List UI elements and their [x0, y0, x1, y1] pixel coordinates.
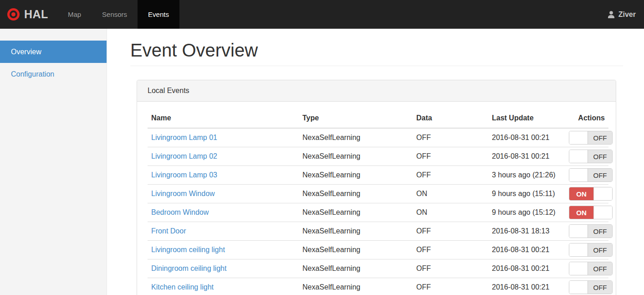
- person-icon: [607, 10, 615, 19]
- event-name-link[interactable]: Livingroom ceiling light: [151, 246, 225, 254]
- cell-actions: OFF: [565, 166, 608, 185]
- cell-last-update: 2016-08-31 00:21: [488, 128, 565, 147]
- cell-type: NexaSelfLearning: [299, 259, 413, 278]
- cell-data: OFF: [413, 259, 488, 278]
- event-name-link[interactable]: Diningroom ceiling light: [151, 264, 226, 272]
- top-navbar: HAL Map Sensors Events Ziver: [0, 0, 644, 29]
- cell-name: Bedroom Window: [148, 203, 299, 222]
- user-name: Ziver: [618, 10, 636, 19]
- main-nav: Map Sensors Events: [57, 0, 179, 29]
- toggle-switch[interactable]: OFF: [569, 243, 613, 257]
- toggle-switch[interactable]: ON: [569, 206, 613, 219]
- cell-name: Front Door: [148, 222, 299, 241]
- table-row: Front Door NexaSelfLearning OFF 2016-08-…: [148, 222, 608, 241]
- event-name-link[interactable]: Front Door: [151, 227, 186, 235]
- cell-data: OFF: [413, 166, 488, 185]
- cell-actions: OFF: [565, 241, 608, 259]
- toggle-handle: [569, 243, 588, 256]
- sidebar-item-overview[interactable]: Overview: [0, 41, 107, 63]
- sidebar-item-configuration[interactable]: Configuration: [0, 63, 107, 85]
- table-row: Livingroom Lamp 03 NexaSelfLearning OFF …: [148, 166, 608, 185]
- nav-item-sensors[interactable]: Sensors: [92, 0, 138, 29]
- toggle-switch[interactable]: OFF: [569, 224, 613, 238]
- cell-type: NexaSelfLearning: [299, 203, 413, 222]
- table-row: Bedroom Window NexaSelfLearning ON 9 hou…: [148, 203, 608, 222]
- cell-actions: ON: [565, 185, 608, 203]
- column-header-last-update: Last Update: [488, 109, 565, 128]
- toggle-switch[interactable]: OFF: [569, 168, 613, 182]
- table-row: Diningroom ceiling light NexaSelfLearnin…: [148, 259, 608, 278]
- toggle-switch[interactable]: OFF: [569, 131, 613, 145]
- event-name-link[interactable]: Livingroom Lamp 02: [151, 152, 217, 160]
- toggle-switch[interactable]: OFF: [569, 280, 613, 294]
- cell-name: Livingroom ceiling light: [148, 241, 299, 259]
- panel-body: Name Type Data Last Update Actions Livin…: [137, 102, 616, 295]
- user-menu[interactable]: Ziver: [607, 0, 644, 29]
- toggle-state-label: OFF: [588, 150, 612, 163]
- toggle-switch[interactable]: OFF: [569, 262, 613, 275]
- column-header-actions: Actions: [565, 109, 608, 128]
- toggle-state-label: OFF: [588, 225, 612, 238]
- panel-title: Local Events: [137, 80, 616, 102]
- cell-data: ON: [413, 203, 488, 222]
- brand[interactable]: HAL: [0, 0, 57, 29]
- toggle-switch[interactable]: ON: [569, 187, 613, 201]
- toggle-handle: [569, 169, 588, 181]
- toggle-state-label: ON: [569, 206, 593, 219]
- cell-actions: OFF: [565, 222, 608, 241]
- cell-last-update: 2016-08-31 00:21: [488, 259, 565, 278]
- page-body: Overview Configuration Event Overview Lo…: [0, 29, 644, 295]
- cell-type: NexaSelfLearning: [299, 166, 413, 185]
- cell-name: Diningroom ceiling light: [148, 259, 299, 278]
- cell-name: Livingroom Lamp 02: [148, 147, 299, 166]
- cell-data: OFF: [413, 241, 488, 259]
- cell-last-update: 2016-08-31 00:21: [488, 278, 565, 295]
- cell-last-update: 2016-08-31 00:21: [488, 147, 565, 166]
- cell-actions: ON: [565, 203, 608, 222]
- column-header-name: Name: [148, 109, 299, 128]
- table-row: Livingroom Window NexaSelfLearning ON 9 …: [148, 185, 608, 203]
- toggle-handle: [569, 131, 588, 144]
- cell-type: NexaSelfLearning: [299, 185, 413, 203]
- cell-last-update: 3 hours ago (21:26): [488, 166, 565, 185]
- event-name-link[interactable]: Livingroom Window: [151, 190, 215, 197]
- event-name-link[interactable]: Bedroom Window: [151, 208, 209, 216]
- column-header-data: Data: [413, 109, 488, 128]
- event-name-link[interactable]: Kitchen ceiling light: [151, 283, 214, 291]
- event-name-link[interactable]: Livingroom Lamp 03: [151, 171, 217, 179]
- toggle-switch[interactable]: OFF: [569, 150, 613, 163]
- event-name-link[interactable]: Livingroom Lamp 01: [151, 134, 217, 141]
- cell-data: ON: [413, 185, 488, 203]
- toggle-state-label: OFF: [588, 169, 612, 181]
- cell-type: NexaSelfLearning: [299, 128, 413, 147]
- table-row: Livingroom ceiling light NexaSelfLearnin…: [148, 241, 608, 259]
- cell-data: OFF: [413, 222, 488, 241]
- cell-name: Livingroom Window: [148, 185, 299, 203]
- local-events-panel: Local Events Name Type Data Last Update …: [137, 80, 616, 295]
- table-row: Livingroom Lamp 01 NexaSelfLearning OFF …: [148, 128, 608, 147]
- cell-name: Livingroom Lamp 03: [148, 166, 299, 185]
- toggle-state-label: ON: [569, 187, 593, 200]
- cell-name: Livingroom Lamp 01: [148, 128, 299, 147]
- cell-last-update: 2016-08-31 18:13: [488, 222, 565, 241]
- cell-last-update: 9 hours ago (15:12): [488, 203, 565, 222]
- cell-type: NexaSelfLearning: [299, 222, 413, 241]
- toggle-state-label: OFF: [588, 131, 612, 144]
- toggle-handle: [569, 225, 588, 238]
- cell-actions: OFF: [565, 278, 608, 295]
- nav-item-events[interactable]: Events: [138, 0, 179, 29]
- nav-item-map[interactable]: Map: [57, 0, 92, 29]
- target-icon: [7, 8, 20, 21]
- column-header-type: Type: [299, 109, 413, 128]
- events-table-body: Livingroom Lamp 01 NexaSelfLearning OFF …: [148, 128, 608, 295]
- table-header-row: Name Type Data Last Update Actions: [148, 109, 608, 128]
- cell-data: OFF: [413, 128, 488, 147]
- page-header: Event Overview: [130, 40, 623, 66]
- toggle-handle: [569, 150, 588, 163]
- main-content: Event Overview Local Events Name Type Da…: [107, 29, 644, 295]
- sidebar: Overview Configuration: [0, 29, 107, 295]
- cell-type: NexaSelfLearning: [299, 241, 413, 259]
- toggle-handle: [569, 281, 588, 294]
- toggle-handle: [593, 187, 612, 200]
- table-row: Livingroom Lamp 02 NexaSelfLearning OFF …: [148, 147, 608, 166]
